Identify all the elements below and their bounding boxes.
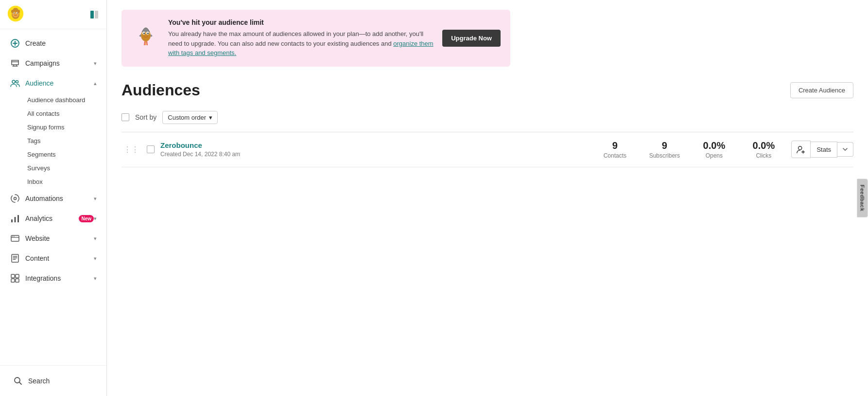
create-audience-button[interactable]: Create Audience: [790, 82, 853, 98]
sort-value: Custom order: [168, 114, 206, 121]
svg-point-32: [147, 33, 149, 34]
campaigns-arrow: ▾: [94, 60, 97, 67]
svg-point-8: [11, 10, 14, 13]
page-header: Audiences Create Audience: [122, 81, 853, 99]
sub-nav-surveys[interactable]: Surveys: [22, 162, 106, 175]
sub-nav-audience-dashboard[interactable]: Audience dashboard: [22, 93, 106, 107]
content-label: Content: [25, 254, 94, 262]
main-content: You've hit your audience limit You alrea…: [107, 0, 868, 396]
svg-rect-11: [95, 11, 98, 18]
analytics-arrow: ▾: [94, 216, 97, 222]
svg-point-15: [14, 198, 17, 200]
automations-label: Automations: [25, 195, 94, 202]
sort-bar: Sort by Custom order ▾: [122, 111, 853, 124]
subscribers-label: Subscribers: [642, 152, 686, 159]
sidebar-item-create[interactable]: Create: [3, 34, 104, 53]
sort-dropdown[interactable]: Custom order ▾: [162, 111, 218, 124]
sub-nav-all-contacts[interactable]: All contacts: [22, 107, 106, 120]
svg-rect-25: [11, 279, 15, 282]
svg-point-9: [17, 10, 20, 13]
audience-name-link[interactable]: Zerobounce: [160, 141, 202, 149]
svg-rect-10: [90, 11, 94, 18]
clicks-value: 0.0%: [742, 140, 785, 151]
integrations-label: Integrations: [25, 274, 94, 282]
subscribers-value: 9: [642, 140, 686, 151]
analytics-icon: [10, 213, 20, 224]
website-label: Website: [25, 234, 94, 242]
automations-arrow: ▾: [94, 196, 97, 202]
audience-limit-banner: You've hit your audience limit You alrea…: [122, 10, 510, 67]
sidebar: Create Campaigns ▾ Audience ▴ Audience d…: [0, 0, 107, 396]
opens-value: 0.0%: [692, 140, 736, 151]
svg-rect-24: [16, 274, 19, 278]
clicks-stat: 0.0% Clicks: [742, 140, 785, 159]
sub-nav-inbox[interactable]: Inbox: [22, 175, 106, 188]
svg-point-27: [15, 378, 20, 383]
row-checkbox[interactable]: [147, 145, 155, 153]
audience-icon: [10, 78, 20, 89]
svg-rect-23: [11, 274, 15, 278]
sidebar-item-search[interactable]: Search: [6, 371, 101, 391]
create-label: Create: [25, 39, 97, 47]
sidebar-item-integrations[interactable]: Integrations ▾: [3, 269, 104, 288]
select-all-checkbox[interactable]: [122, 113, 129, 121]
banner-image: [131, 18, 160, 48]
page-title: Audiences: [122, 81, 200, 99]
svg-rect-16: [11, 219, 13, 222]
content-icon: [10, 253, 20, 264]
audience-list: ⋮⋮ Zerobounce Created Dec 14, 2022 8:40 …: [122, 132, 853, 167]
opens-stat: 0.0% Opens: [692, 140, 736, 159]
clicks-label: Clicks: [742, 152, 785, 159]
audience-label: Audience: [25, 79, 94, 87]
svg-rect-17: [15, 217, 16, 222]
campaigns-icon: [10, 58, 20, 69]
svg-line-35: [147, 41, 147, 45]
sidebar-item-content[interactable]: Content ▾: [3, 249, 104, 268]
sub-nav-signup-forms[interactable]: Signup forms: [22, 121, 106, 134]
website-arrow: ▾: [94, 235, 97, 242]
sidebar-header: [0, 0, 106, 29]
drag-handle-icon[interactable]: ⋮⋮: [122, 145, 141, 154]
svg-line-33: [144, 41, 145, 45]
audience-sub-nav: Audience dashboard All contacts Signup f…: [0, 93, 106, 188]
banner-title: You've hit your audience limit: [168, 18, 434, 26]
audience-arrow: ▴: [94, 80, 97, 87]
website-icon: [10, 233, 20, 244]
audience-name-col: Zerobounce Created Dec 14, 2022 8:40 am: [160, 141, 587, 158]
svg-point-13: [12, 80, 15, 83]
integrations-arrow: ▾: [94, 275, 97, 282]
contacts-label: Contacts: [593, 152, 637, 159]
audience-created: Created Dec 14, 2022 8:40 am: [160, 151, 587, 158]
sidebar-navigation: Create Campaigns ▾ Audience ▴ Audience d…: [0, 29, 106, 365]
svg-rect-22: [12, 254, 18, 262]
sidebar-item-audience[interactable]: Audience ▴: [3, 73, 104, 93]
sidebar-bottom: Search: [0, 365, 106, 396]
contacts-stat: 9 Contacts: [593, 140, 637, 159]
upgrade-now-button[interactable]: Upgrade Now: [442, 30, 501, 47]
search-icon: [13, 376, 23, 386]
sort-dropdown-arrow: ▾: [209, 114, 212, 121]
sidebar-toggle-icon[interactable]: [89, 9, 100, 20]
sub-nav-segments[interactable]: Segments: [22, 148, 106, 161]
search-label: Search: [28, 377, 94, 385]
svg-point-21: [14, 236, 15, 237]
mailchimp-logo: [7, 5, 24, 24]
svg-point-20: [12, 236, 13, 237]
feedback-tab[interactable]: Feedback: [857, 179, 868, 217]
stats-dropdown-button[interactable]: [837, 142, 853, 157]
sidebar-item-analytics[interactable]: Analytics New ▾: [3, 209, 104, 228]
sub-nav-tags[interactable]: Tags: [22, 134, 106, 147]
automations-icon: [10, 193, 20, 204]
stats-button[interactable]: Stats: [811, 142, 837, 158]
sidebar-item-website[interactable]: Website ▾: [3, 229, 104, 248]
sidebar-item-automations[interactable]: Automations ▾: [3, 189, 104, 208]
contacts-value: 9: [593, 140, 637, 151]
svg-point-31: [143, 33, 145, 34]
sidebar-item-campaigns[interactable]: Campaigns ▾: [3, 54, 104, 73]
add-contact-button[interactable]: [791, 141, 811, 158]
svg-point-14: [16, 81, 18, 83]
analytics-label: Analytics: [25, 215, 76, 222]
svg-rect-18: [17, 215, 19, 222]
banner-text-before: You already have the max amount of audie…: [168, 30, 423, 47]
integrations-icon: [10, 273, 20, 284]
